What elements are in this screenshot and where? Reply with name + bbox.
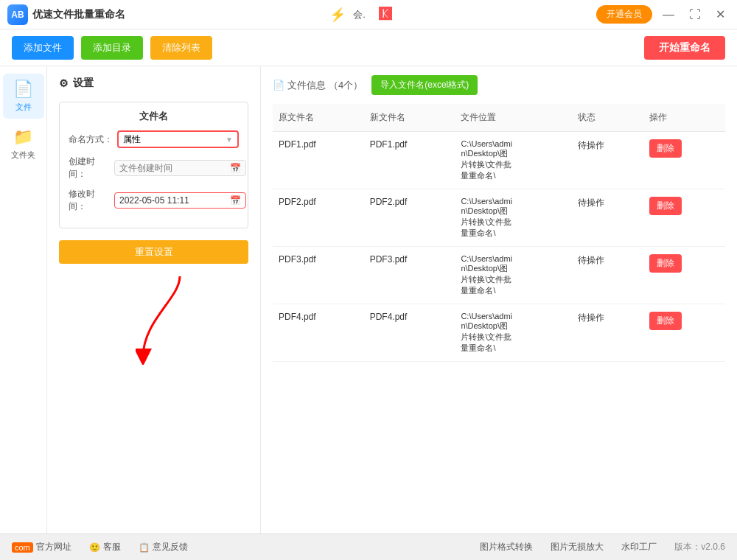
naming-method-row: 命名方式： 属性 序号 日期 随机 ▼: [69, 130, 239, 148]
title-bar-center: ⚡ 会. 🅺: [125, 7, 596, 23]
footer-watermark[interactable]: 水印工厂: [621, 541, 657, 553]
select-arrow-icon: ▼: [226, 136, 233, 144]
title-bar: AB 优速文件批量重命名 ⚡ 会. 🅺 开通会员 — ⛶ ✕: [0, 0, 737, 29]
file-info-header: 📄 文件信息 （4个） 导入文件名(excel格式): [273, 75, 725, 95]
footer-version: 版本：v2.0.6: [674, 541, 725, 553]
cell-new: PDF4.pdf: [364, 304, 455, 362]
logo-icon: AB: [7, 4, 28, 25]
col-status: 状态: [572, 104, 643, 132]
footer-official-site[interactable]: com 官方网址: [12, 541, 71, 553]
close-button[interactable]: ✕: [711, 7, 730, 21]
col-original: 原文件名: [273, 104, 364, 132]
table-row: PDF3.pdf PDF3.pdf C:\Users\admi n\Deskto…: [273, 247, 725, 304]
feedback-icon: 📋: [139, 542, 150, 553]
table-row: PDF1.pdf PDF1.pdf C:\Users\admi n\Deskto…: [273, 132, 725, 189]
table-header-row: 原文件名 新文件名 文件位置 状态 操作: [273, 104, 725, 132]
start-rename-button[interactable]: 开始重命名: [644, 36, 725, 60]
footer-image-lossless[interactable]: 图片无损放大: [551, 541, 604, 553]
calendar-icon-created: 📅: [230, 163, 241, 173]
created-time-label: 创建时间：: [69, 155, 110, 181]
file-info-title: 📄 文件信息 （4个）: [273, 79, 363, 92]
cell-action: 删除: [643, 304, 725, 362]
reset-button[interactable]: 重置设置: [59, 240, 248, 264]
cell-status: 待操作: [572, 247, 643, 304]
delete-button-0[interactable]: 删除: [649, 139, 682, 158]
folder-icon: 📁: [13, 127, 33, 147]
filename-section: 文件名 命名方式： 属性 序号 日期 随机 ▼ 创建时间：: [59, 102, 248, 228]
add-dir-button[interactable]: 添加目录: [81, 36, 143, 60]
cell-action: 删除: [643, 132, 725, 189]
col-location: 文件位置: [455, 104, 572, 132]
cell-original: PDF3.pdf: [273, 247, 364, 304]
toolbar: 添加文件 添加目录 清除列表 开始重命名: [0, 29, 737, 66]
cell-original: PDF4.pdf: [273, 304, 364, 362]
table-row: PDF4.pdf PDF4.pdf C:\Users\admi n\Deskto…: [273, 304, 725, 362]
cell-location: C:\Users\admi n\Desktop\图 片转换\文件批 量重命名\: [455, 304, 572, 362]
created-time-input-wrap: 📅: [114, 160, 246, 176]
sidebar-folder-label: 文件夹: [11, 150, 35, 161]
table-row: PDF2.pdf PDF2.pdf C:\Users\admi n\Deskto…: [273, 189, 725, 247]
calendar-icon-modified: 📅: [230, 195, 241, 206]
naming-method-label: 命名方式：: [69, 133, 113, 146]
file-icon: 📄: [13, 80, 33, 99]
cell-original: PDF2.pdf: [273, 189, 364, 247]
cell-new: PDF3.pdf: [364, 247, 455, 304]
gear-icon: ⚙: [59, 77, 69, 89]
customer-service-icon: 🙂: [89, 542, 100, 553]
cell-action: 删除: [643, 189, 725, 247]
footer: com 官方网址 🙂 客服 📋 意见反馈 图片格式转换 图片无损放大 水印工厂 …: [0, 533, 737, 560]
app-title: 优速文件批量重命名: [32, 8, 125, 21]
cell-status: 待操作: [572, 304, 643, 362]
maximize-button[interactable]: ⛶: [685, 8, 705, 21]
cell-action: 删除: [643, 247, 725, 304]
col-new: 新文件名: [364, 104, 455, 132]
footer-image-convert[interactable]: 图片格式转换: [480, 541, 533, 553]
cell-new: PDF1.pdf: [364, 132, 455, 189]
modified-time-input-wrap: 📅: [114, 192, 246, 209]
official-site-icon: com: [12, 542, 33, 553]
footer-feedback[interactable]: 📋 意见反馈: [139, 541, 188, 553]
cell-location: C:\Users\admi n\Desktop\图 片转换\文件批 量重命名\: [455, 132, 572, 189]
cell-original: PDF1.pdf: [273, 132, 364, 189]
main-content: 📄 文件 📁 文件夹 ⚙ 设置 文件名 命名方式： 属性 序号 日期: [0, 66, 737, 533]
settings-title: ⚙ 设置: [59, 77, 248, 90]
filename-section-title: 文件名: [69, 110, 239, 123]
naming-method-select[interactable]: 属性 序号 日期 随机: [123, 134, 226, 144]
cell-new: PDF2.pdf: [364, 189, 455, 247]
file-info-icon: 📄: [273, 80, 284, 91]
cell-status: 待操作: [572, 189, 643, 247]
modified-time-input[interactable]: [119, 195, 230, 206]
file-table: 原文件名 新文件名 文件位置 状态 操作 PDF1.pdf PDF1.pdf C…: [273, 104, 725, 362]
delete-button-1[interactable]: 删除: [649, 197, 682, 215]
cell-location: C:\Users\admi n\Desktop\图 片转换\文件批 量重命名\: [455, 189, 572, 247]
sidebar-item-file[interactable]: 📄 文件: [3, 74, 44, 119]
delete-button-2[interactable]: 删除: [649, 254, 682, 273]
naming-method-select-wrapper: 属性 序号 日期 随机 ▼: [117, 130, 239, 148]
file-table-container: 原文件名 新文件名 文件位置 状态 操作 PDF1.pdf PDF1.pdf C…: [273, 104, 725, 525]
cell-location: C:\Users\admi n\Desktop\图 片转换\文件批 量重命名\: [455, 247, 572, 304]
file-info-panel: 📄 文件信息 （4个） 导入文件名(excel格式) 原文件名 新文件名 文件位…: [261, 66, 737, 533]
import-excel-button[interactable]: 导入文件名(excel格式): [371, 75, 478, 95]
vip-button[interactable]: 开通会员: [596, 5, 652, 24]
footer-customer-service[interactable]: 🙂 客服: [89, 541, 121, 553]
created-time-input[interactable]: [119, 163, 230, 173]
modified-time-label: 修改时间：: [69, 188, 110, 213]
col-action: 操作: [643, 104, 725, 132]
sidebar-file-label: 文件: [15, 102, 32, 113]
cell-status: 待操作: [572, 132, 643, 189]
add-file-button[interactable]: 添加文件: [12, 36, 74, 60]
settings-panel: ⚙ 设置 文件名 命名方式： 属性 序号 日期 随机 ▼: [47, 66, 261, 533]
sidebar-item-folder[interactable]: 📁 文件夹: [3, 122, 44, 167]
minimize-button[interactable]: —: [658, 8, 679, 21]
title-bar-actions: 开通会员 — ⛶ ✕: [596, 5, 730, 24]
clear-list-button[interactable]: 清除列表: [150, 36, 212, 60]
created-time-row: 创建时间： 📅: [69, 155, 239, 181]
sidebar-nav: 📄 文件 📁 文件夹: [0, 66, 47, 533]
delete-button-3[interactable]: 删除: [649, 312, 682, 330]
modified-time-row: 修改时间： 📅: [69, 188, 239, 213]
app-logo: AB 优速文件批量重命名: [7, 4, 125, 25]
